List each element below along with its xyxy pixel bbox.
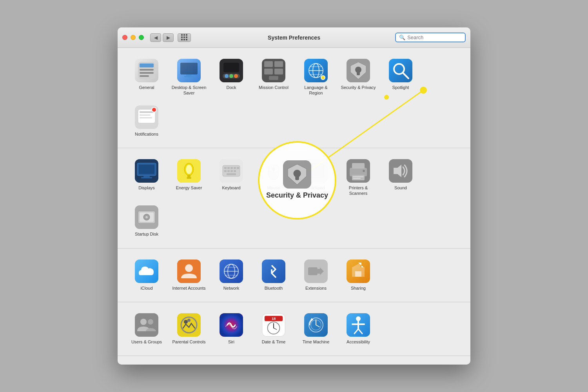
svg-point-102 (187, 319, 191, 322)
pref-spotlight[interactable]: Spotlight (381, 56, 420, 99)
spotlight-icon (389, 59, 412, 82)
notifications-label: Notifications (135, 131, 158, 137)
startup-label: Startup Disk (135, 231, 158, 237)
parental-icon (177, 313, 201, 337)
accounts-label: Internet Accounts (172, 285, 206, 291)
svg-rect-7 (180, 63, 198, 74)
pref-timemachine[interactable]: Time Machine (296, 310, 336, 348)
sharing-label: Sharing (351, 285, 366, 291)
section-internet: iCloud Internet Accounts (118, 249, 470, 302)
general-label: General (139, 85, 154, 90)
svg-point-82 (145, 216, 148, 218)
mission-label: Mission Control (259, 85, 289, 90)
svg-rect-60 (234, 170, 236, 172)
pref-siri[interactable]: Siri (212, 310, 251, 348)
svg-rect-68 (308, 164, 324, 178)
close-button[interactable] (122, 35, 127, 40)
pref-security[interactable]: Security & Privacy (339, 56, 378, 99)
svg-rect-94 (308, 267, 318, 275)
pref-users[interactable]: Users & Groups (127, 310, 166, 348)
svg-rect-19 (264, 69, 273, 74)
pref-extensions[interactable]: Extensions (296, 256, 336, 294)
pref-mission[interactable]: Mission Control (254, 56, 293, 99)
grid-view-button[interactable] (178, 33, 191, 42)
svg-rect-9 (184, 76, 194, 77)
back-button[interactable]: ◀ (150, 33, 161, 42)
sound-label: Sound (394, 185, 407, 191)
svg-rect-58 (227, 170, 230, 172)
pref-sharing[interactable]: Sharing (339, 256, 378, 294)
section-hardware: Displays Energy Saver (118, 148, 470, 249)
notifications-icon (135, 105, 158, 129)
svg-point-98 (148, 319, 153, 325)
bluetooth-icon (262, 260, 285, 283)
svg-rect-44 (141, 177, 152, 178)
pref-network[interactable]: Network (212, 256, 251, 294)
network-icon (220, 260, 243, 283)
svg-rect-18 (274, 61, 283, 67)
network-label: Network (223, 285, 239, 291)
pref-language[interactable]: Language & Region (296, 56, 336, 99)
pref-datetime[interactable]: 18 Date & Time (254, 310, 293, 348)
pref-accessibility[interactable]: Accessibility (339, 310, 378, 348)
siri-label: Siri (228, 339, 234, 345)
pref-sound[interactable]: Sound (381, 156, 420, 200)
pref-general[interactable]: General (127, 56, 166, 99)
content-area: General (118, 48, 470, 365)
pref-parental[interactable]: Parental Controls (169, 310, 209, 348)
svg-rect-31 (357, 71, 360, 75)
svg-rect-96 (135, 313, 158, 337)
printers-icon (347, 159, 370, 183)
svg-rect-55 (234, 167, 236, 169)
system-preferences-window: ◀ ▶ System Preferences 🔍 (118, 27, 470, 365)
accessibility-icon (347, 313, 370, 337)
pref-energy[interactable]: Energy Saver (169, 156, 209, 200)
maximize-button[interactable] (139, 35, 144, 40)
keyboard-icon (220, 159, 243, 183)
users-label: Users & Groups (131, 339, 162, 345)
minimize-button[interactable] (131, 35, 136, 40)
bluetooth-label: Bluetooth (265, 285, 283, 291)
svg-rect-3 (140, 72, 154, 74)
pref-bluetooth[interactable]: Bluetooth (254, 256, 293, 294)
keyboard-label: Keyboard (222, 185, 240, 191)
mouse-icon (262, 159, 285, 183)
pref-mouse[interactable]: Mouse (254, 156, 293, 200)
users-icon (135, 313, 158, 337)
displays-label: Displays (138, 185, 155, 191)
pref-keyboard[interactable]: Keyboard (212, 156, 251, 200)
pref-notifications[interactable]: Notifications (127, 102, 166, 140)
search-box[interactable]: 🔍 (395, 33, 466, 42)
pref-printers[interactable]: Printers & Scanners (339, 156, 378, 200)
forward-button[interactable]: ▶ (163, 33, 174, 42)
nav-buttons: ◀ ▶ (150, 33, 191, 42)
pref-icloud[interactable]: iCloud (127, 256, 166, 294)
sharing-icon (347, 260, 370, 283)
siri-icon (220, 313, 243, 337)
titlebar: ◀ ▶ System Preferences 🔍 (118, 27, 470, 48)
pref-accounts[interactable]: Internet Accounts (169, 256, 209, 294)
displays-icon (135, 159, 158, 183)
svg-point-73 (363, 170, 365, 172)
dock-icon (220, 59, 243, 82)
search-icon: 🔍 (399, 34, 405, 40)
svg-rect-52 (224, 167, 227, 169)
pref-desktop[interactable]: Desktop & Screen Saver (169, 56, 209, 99)
pref-trackpad[interactable]: Trackpad (296, 156, 336, 200)
traffic-lights (122, 35, 144, 40)
extensions-label: Extensions (305, 285, 327, 291)
svg-rect-2 (140, 69, 154, 71)
svg-point-101 (184, 320, 188, 324)
svg-point-12 (225, 74, 229, 78)
dock-label: Dock (226, 85, 236, 90)
pref-dock[interactable]: Dock (212, 56, 251, 99)
svg-point-14 (234, 74, 238, 78)
svg-rect-1 (140, 64, 154, 67)
search-input[interactable] (407, 34, 462, 40)
svg-rect-74 (353, 176, 364, 177)
pref-versioncue[interactable]: Version Cue CS4 (127, 364, 166, 365)
pref-displays[interactable]: Displays (127, 156, 166, 200)
pref-startup[interactable]: Startup Disk (127, 202, 166, 240)
pref-flash[interactable]: Flash Player (169, 364, 209, 365)
section-other: Version Cue CS4 (118, 356, 470, 365)
